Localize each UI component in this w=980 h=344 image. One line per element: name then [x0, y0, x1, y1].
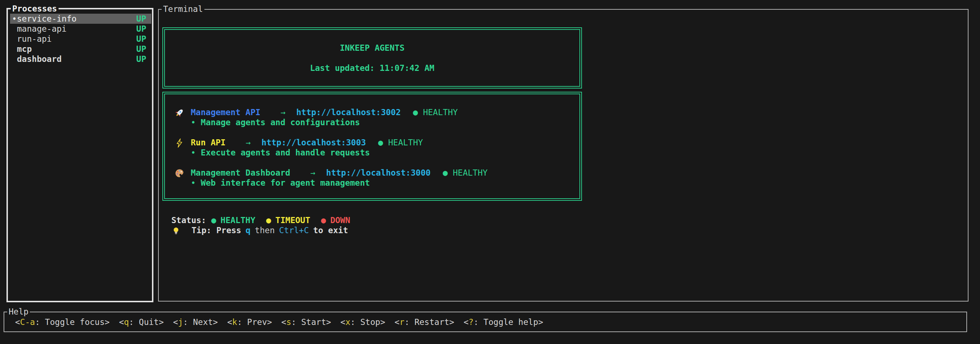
process-name: mcp: [17, 44, 136, 54]
processes-panel[interactable]: Processes • service-info UP manage-api U…: [6, 8, 153, 302]
arrow-icon: →: [310, 168, 315, 178]
health-dot-icon: ●: [443, 168, 448, 178]
process-row-dashboard[interactable]: dashboard UP: [10, 54, 151, 64]
terminal-panel[interactable]: Terminal INKEEP AGENTS Last updated: 11:…: [158, 9, 969, 302]
process-name: dashboard: [17, 54, 136, 64]
healthy-dot-icon: ●: [211, 216, 216, 225]
process-name: run-api: [17, 34, 136, 44]
process-row-mcp[interactable]: mcp UP: [10, 44, 151, 54]
lightning-icon: [175, 138, 191, 148]
service-url[interactable]: http://localhost:3000: [326, 168, 431, 178]
service-health-status: HEALTHY: [388, 138, 423, 147]
spacer: [175, 127, 579, 138]
timeout-dot-icon: ●: [266, 216, 271, 225]
keybind-next: <j: Next>: [173, 317, 218, 327]
process-status-badge: UP: [136, 14, 146, 24]
process-status-badge: UP: [136, 54, 146, 64]
last-updated-text: Last updated: 11:07:42 AM: [165, 63, 579, 73]
legend-healthy-label: HEALTHY: [221, 216, 255, 225]
health-dot-icon: ●: [413, 107, 418, 117]
down-dot-icon: ●: [321, 216, 326, 225]
keybind-quit: <q: Quit>: [119, 317, 164, 327]
health-dot-icon: ●: [378, 138, 383, 147]
service-url[interactable]: http://localhost:3003: [261, 138, 366, 147]
status-legend: Status:●HEALTHY●TIMEOUT●DOWN: [171, 215, 350, 225]
keybind-toggle-focus: <C-a: Toggle focus>: [15, 317, 110, 327]
app-background: { "colors": { "background": "#181818", "…: [0, 0, 980, 344]
keybind-stop: <x: Stop>: [340, 317, 385, 327]
service-name: Management API: [191, 107, 261, 117]
palette-icon: [175, 168, 191, 179]
process-row-run-api[interactable]: run-api UP: [10, 34, 151, 44]
service-description: Web interface for agent management: [201, 178, 370, 187]
lightbulb-icon: [171, 226, 187, 236]
bullet-icon: •: [191, 148, 196, 157]
process-name: manage-api: [17, 24, 136, 34]
service-health-status: HEALTHY: [423, 107, 458, 117]
service-row-management-api: Management API→http://localhost:3002●HEA…: [175, 107, 579, 117]
service-row-management-dashboard: Management Dashboard→http://localhost:30…: [175, 168, 579, 178]
terminal-panel-title: Terminal: [162, 4, 204, 14]
service-description-row: •Manage agents and configurations: [191, 117, 579, 127]
services-box: Management API→http://localhost:3002●HEA…: [162, 92, 582, 201]
spacer: [165, 53, 579, 63]
process-row-service-info[interactable]: • service-info UP: [10, 14, 151, 24]
processes-panel-title: Processes: [11, 3, 59, 14]
service-description: Execute agents and handle requests: [201, 148, 370, 157]
selection-bullet: •: [12, 14, 17, 24]
process-status-badge: UP: [136, 44, 146, 54]
tip-middle: then: [255, 226, 274, 235]
keybind-toggle-help: <?: Toggle help>: [463, 317, 543, 327]
keybind-start: <s: Start>: [281, 317, 331, 327]
tip-key-q: q: [245, 226, 250, 235]
app-banner-title: INKEEP AGENTS: [165, 43, 579, 53]
keybind-restart: <r: Restart>: [395, 317, 454, 327]
process-row-manage-api[interactable]: manage-api UP: [10, 24, 151, 34]
help-panel-title: Help: [7, 307, 30, 317]
service-url[interactable]: http://localhost:3002: [296, 107, 401, 117]
tip-suffix: to exit: [313, 226, 348, 235]
service-name: Management Dashboard: [191, 168, 290, 178]
process-list: • service-info UP manage-api UP run-api …: [8, 10, 152, 64]
service-description-row: •Web interface for agent management: [191, 178, 579, 188]
service-health-status: HEALTHY: [453, 168, 487, 178]
keybind-prev: <k: Prev>: [227, 317, 272, 327]
agents-header-box: INKEEP AGENTS Last updated: 11:07:42 AM: [162, 27, 582, 88]
legend-timeout-label: TIMEOUT: [275, 216, 310, 225]
tip-key-ctrl-c: Ctrl+C: [279, 226, 309, 235]
tip-line: Tip: PressqthenCtrl+Cto exit: [171, 225, 350, 235]
status-block: Status:●HEALTHY●TIMEOUT●DOWN Tip: Pressq…: [171, 215, 350, 235]
spacer: [175, 158, 579, 168]
process-status-badge: UP: [136, 24, 146, 34]
service-description: Manage agents and configurations: [201, 118, 360, 127]
legend-down-label: DOWN: [330, 216, 350, 225]
status-label: Status:: [171, 216, 206, 225]
service-row-run-api: Run API→http://localhost:3003●HEALTHY: [175, 138, 579, 147]
bullet-icon: •: [191, 178, 196, 187]
service-name: Run API: [191, 138, 226, 147]
spacer: [175, 97, 579, 107]
bullet-icon: •: [191, 118, 196, 127]
process-status-badge: UP: [136, 34, 146, 44]
rocket-icon: [175, 108, 191, 118]
tip-prefix: Tip: Press: [191, 226, 241, 235]
service-description-row: •Execute agents and handle requests: [191, 147, 579, 158]
arrow-icon: →: [280, 107, 286, 117]
arrow-icon: →: [246, 138, 251, 147]
process-name: service-info: [17, 14, 136, 24]
help-panel: Help <C-a: Toggle focus> <q: Quit> <j: N…: [3, 312, 967, 332]
